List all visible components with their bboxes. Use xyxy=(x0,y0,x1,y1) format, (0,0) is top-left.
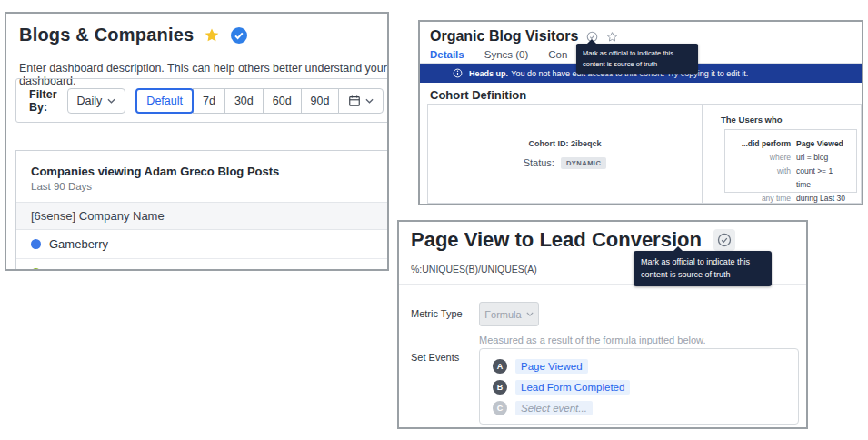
event-row: B Lead Form Completed xyxy=(493,380,798,395)
table-row[interactable]: AB180 xyxy=(16,259,389,271)
status-label: Status: xyxy=(524,157,554,168)
rules-box: ...did perform Page Viewed where url = b… xyxy=(724,129,857,193)
chart-subtitle: Last 90 Days xyxy=(31,181,389,192)
event-select[interactable]: Page Viewed xyxy=(515,359,588,374)
filter-bar: Filter By: Daily Default 7d 30d 60d 90d … xyxy=(15,78,389,123)
table-column-header: [6sense] Company Name xyxy=(16,202,389,230)
verified-badge-icon xyxy=(230,26,248,45)
range-30d-button[interactable]: 30d xyxy=(224,88,264,114)
event-select[interactable]: Lead Form Completed xyxy=(515,380,630,395)
event-letter-badge: C xyxy=(493,401,507,415)
rule-row: any time during Last 30 days xyxy=(725,192,847,205)
cohort-title: Organic Blog Visitors xyxy=(430,28,578,45)
chart-card-header: Companies viewing Adam Greco Blog Posts … xyxy=(16,151,389,202)
event-letter-badge: B xyxy=(493,380,507,395)
cohort-status: Status: DYNAMIC xyxy=(524,157,607,169)
metric-type-value: Formula xyxy=(484,309,521,320)
rule-label: any time xyxy=(725,192,791,205)
cohort-id: Cohort ID: 2ibeqck xyxy=(528,139,601,148)
date-range-group: Default 7d 30d 60d 90d xyxy=(135,88,384,114)
cohort-definition-heading: Cohort Definition xyxy=(430,88,526,102)
cohort-rules: The Users who ...did perform Page Viewed… xyxy=(703,105,861,203)
range-default-button[interactable]: Default xyxy=(135,88,194,114)
interval-value: Daily xyxy=(77,95,103,107)
metric-type-dropdown[interactable]: Formula xyxy=(479,302,539,326)
event-select-placeholder[interactable]: Select event... xyxy=(515,401,593,415)
users-who-label: The Users who xyxy=(721,115,783,125)
metric-formula: %:UNIQUES(B)/UNIQUES(A) xyxy=(411,264,537,275)
rule-row: where url = blog xyxy=(725,151,847,165)
screen: Blogs & Companies Enter dashboard descri… xyxy=(0,0,868,440)
cohort-panel: Organic Blog Visitors Details Syncs (0) … xyxy=(418,20,863,205)
series-dot xyxy=(31,268,41,271)
metric-header: Page View to Lead Conversion xyxy=(411,228,735,252)
company-name: Gameberry xyxy=(49,237,108,251)
favorite-star-outline-icon[interactable] xyxy=(606,31,618,43)
rule-label: with xyxy=(725,165,791,192)
range-90d-button[interactable]: 90d xyxy=(301,88,340,114)
info-icon xyxy=(453,68,463,78)
status-badge: DYNAMIC xyxy=(561,157,607,169)
mark-official-icon[interactable] xyxy=(713,229,735,251)
cohort-id-value: 2ibeqck xyxy=(571,139,602,148)
rule-row: with count >= 1 time xyxy=(725,165,847,192)
favorite-star-icon[interactable] xyxy=(204,27,220,44)
rule-value: count >= 1 time xyxy=(796,165,847,192)
cohort-meta: Cohort ID: 2ibeqck Status: DYNAMIC xyxy=(428,105,703,203)
cohort-definition-box: Cohort ID: 2ibeqck Status: DYNAMIC The U… xyxy=(427,104,862,204)
set-events-box: A Page Viewed B Lead Form Completed C Se… xyxy=(479,348,799,425)
rule-label: ...did perform xyxy=(725,137,791,151)
official-tooltip: Mark as official to indicate this conten… xyxy=(576,44,698,74)
dashboard-panel: Blogs & Companies Enter dashboard descri… xyxy=(5,12,389,271)
chevron-down-icon xyxy=(107,98,115,104)
rule-value: url = blog xyxy=(796,151,847,165)
chevron-down-icon xyxy=(526,312,534,316)
range-7d-button[interactable]: 7d xyxy=(193,88,225,114)
company-name: AB180 xyxy=(49,266,85,271)
set-events-label: Set Events xyxy=(411,352,459,363)
official-tooltip: Mark as official to indicate this conten… xyxy=(634,251,772,286)
metric-title: Page View to Lead Conversion xyxy=(411,228,702,252)
event-row: A Page Viewed xyxy=(493,359,798,374)
cohort-id-label: Cohort ID: xyxy=(528,139,568,148)
event-letter-badge: A xyxy=(493,359,507,374)
filter-by-label: Filter By: xyxy=(29,88,57,114)
custom-date-button[interactable] xyxy=(338,88,384,114)
rule-label: where xyxy=(725,151,791,165)
dashboard-header: Blogs & Companies xyxy=(19,25,248,45)
metric-type-label: Metric Type xyxy=(411,308,463,319)
series-dot xyxy=(31,239,41,249)
rule-value: Page Viewed xyxy=(796,137,847,151)
metric-type-help: Measured as a result of the formula inpu… xyxy=(479,335,705,345)
banner-lead: Heads up. xyxy=(469,69,508,78)
event-row: C Select event... xyxy=(493,401,798,415)
metric-panel: Page View to Lead Conversion %:UNIQUES(B… xyxy=(397,220,808,429)
calendar-icon xyxy=(348,95,361,107)
rule-value: during Last 30 days xyxy=(796,192,847,205)
chart-card: Companies viewing Adam Greco Blog Posts … xyxy=(15,150,389,271)
rule-row: ...did perform Page Viewed xyxy=(725,137,847,151)
chart-title: Companies viewing Adam Greco Blog Posts xyxy=(31,165,389,178)
dashboard-title: Blogs & Companies xyxy=(19,25,194,45)
table-row[interactable]: Gameberry xyxy=(16,230,389,259)
chevron-down-icon xyxy=(365,98,374,104)
range-60d-button[interactable]: 60d xyxy=(263,88,302,114)
interval-dropdown[interactable]: Daily xyxy=(67,88,126,114)
